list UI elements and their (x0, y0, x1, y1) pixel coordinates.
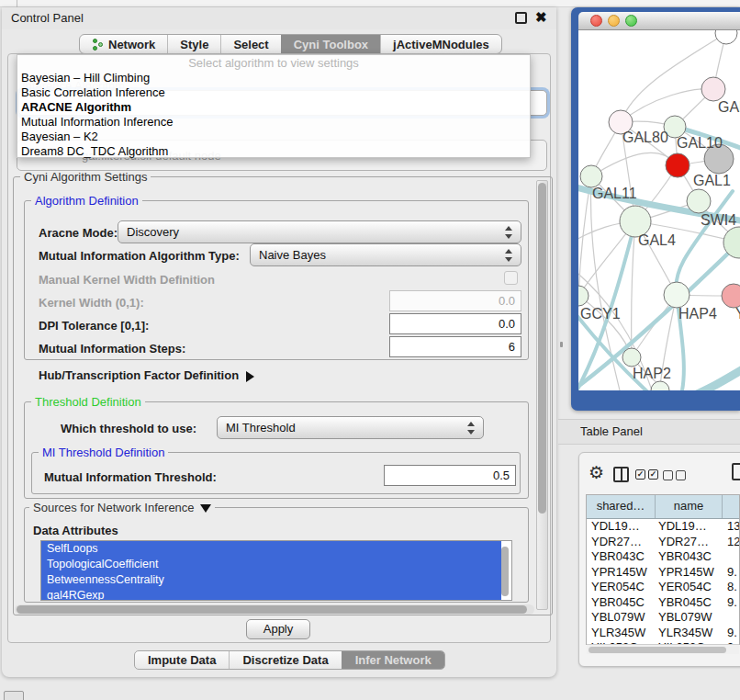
node-label: GAL1 (693, 173, 731, 188)
network-node[interactable] (664, 282, 690, 308)
cell-name: YDR27… (656, 535, 723, 550)
cell-shared-name: YER054C (587, 580, 656, 595)
column-split-icon[interactable] (613, 467, 629, 482)
network-edge[interactable] (591, 152, 678, 176)
table-header-shared[interactable]: shared… (587, 495, 656, 518)
dock-mini-button[interactable] (4, 691, 24, 700)
bottom-tab-impute-data[interactable]: Impute Data (135, 651, 229, 669)
window-edge-tick (17, 0, 17, 7)
table-row[interactable]: YBR043CYBR043C (587, 549, 739, 565)
cell-shared-name: YDR27… (587, 535, 656, 550)
dropdown-item[interactable]: Mutual Information Inference (17, 115, 530, 130)
mi-steps-input[interactable]: 6 (389, 336, 521, 357)
float-window-icon[interactable] (515, 12, 527, 24)
which-threshold-label: Which threshold to use: (61, 422, 196, 435)
divider-grip[interactable] (560, 342, 563, 347)
which-threshold-select[interactable]: MI Threshold (217, 416, 484, 439)
network-node[interactable] (687, 189, 711, 213)
network-node[interactable] (622, 348, 641, 367)
dropdown-item[interactable]: Bayesian – K2 (17, 130, 530, 144)
attribute-list-item[interactable]: TopologicalCoefficient (41, 557, 501, 572)
kernel-width-label: Kernel Width (0,1): (39, 296, 144, 310)
node-label: GAL (718, 99, 740, 115)
dropdown-item[interactable]: Bayesian – Hill Climbing (17, 71, 530, 85)
dropdown-item[interactable]: Basic Correlation Inference (17, 85, 530, 100)
cell-shared-name: YPR145W (587, 565, 656, 581)
expand-arrow-icon[interactable] (246, 371, 254, 382)
table-row[interactable]: YDL19…YDL19…13 (587, 519, 739, 535)
cell-shared-name: YBR043C (587, 549, 656, 565)
tab-style[interactable]: Style (167, 35, 220, 53)
collapse-arrow-icon[interactable] (200, 504, 211, 513)
table-row[interactable]: YDR27…YDR27…12 (587, 535, 739, 550)
aracne-mode-value: Discovery (127, 225, 179, 239)
settings-horizontal-scrollbar-thumb[interactable] (17, 605, 527, 614)
network-node[interactable] (666, 153, 690, 177)
tab-jactivemnodules[interactable]: jActiveMNodules (380, 35, 501, 53)
bottom-tab-discretize-data[interactable]: Discretize Data (229, 651, 341, 669)
table-row[interactable]: YER054CYER054C8. (587, 580, 739, 595)
hub-definition-toggle[interactable]: Hub/Transcription Factor Definition (39, 368, 254, 382)
tab-label: Network (108, 38, 155, 51)
attribute-list-item[interactable]: BetweennessCentrality (41, 572, 501, 588)
network-node[interactable] (701, 77, 725, 101)
tab-label: Select (233, 38, 268, 51)
settings-vertical-scrollbar-thumb[interactable] (538, 183, 546, 514)
node-label: GAL11 (592, 186, 637, 201)
tab-network[interactable]: Network (80, 35, 167, 53)
network-graph[interactable]: GALGAL80GAL10GAL1GAL11SWI4GAL4GCY1HAP4YH… (578, 30, 740, 390)
attribute-list-item[interactable]: SelfLoops (41, 541, 501, 557)
partial-column-icon[interactable] (732, 463, 740, 480)
window-top-edge (0, 0, 740, 7)
dropdown-item[interactable]: ARACNE Algorithm (17, 100, 530, 115)
network-canvas[interactable]: GALGAL80GAL10GAL1GAL11SWI4GAL4GCY1HAP4YH… (578, 30, 740, 390)
table-header-third[interactable] (723, 495, 739, 518)
list-scrollbar-thumb[interactable] (501, 547, 509, 596)
minimize-traffic-light-icon[interactable] (608, 15, 620, 27)
mi-threshold-input[interactable]: 0.5 (384, 465, 516, 486)
dropdown-item[interactable]: Dream8 DC_TDC Algorithm (17, 144, 530, 159)
zoom-traffic-light-icon[interactable] (625, 15, 637, 27)
network-edge[interactable] (578, 176, 591, 296)
network-node[interactable] (722, 284, 740, 308)
mi-type-select[interactable]: Naive Bayes (250, 243, 521, 266)
data-attributes-list: SelfLoopsTopologicalCoefficientBetweenne… (40, 540, 512, 601)
bottom-tab-infer-network[interactable]: Infer Network (342, 651, 444, 669)
table-row[interactable]: YLR345WYLR345W9. (587, 626, 739, 641)
combo-spinner-icon (467, 422, 475, 435)
tab-select[interactable]: Select (220, 35, 280, 53)
table-row[interactable]: YPR145WYPR145W9. (587, 565, 739, 581)
gear-icon[interactable]: ⚙ (589, 464, 604, 482)
table-scrollbar-thumb[interactable] (589, 647, 726, 653)
network-window-titlebar[interactable] (578, 12, 740, 30)
network-edge[interactable] (621, 89, 713, 122)
table-row[interactable]: YBR045CYBR045C9. (587, 595, 739, 611)
sources-group-title[interactable]: Sources for Network Inference (29, 502, 215, 514)
checked-boxes-icon[interactable]: ✓✓ (635, 469, 658, 480)
cell-shared-name: YLR345W (587, 626, 656, 641)
network-node[interactable] (651, 381, 669, 390)
table-header-name[interactable]: name (656, 495, 723, 518)
list-scrollbar[interactable] (501, 543, 510, 598)
mi-steps-label: Mutual Information Steps: (39, 342, 185, 356)
mi-type-label: Mutual Information Algorithm Type: (39, 249, 240, 263)
manual-kernel-checkbox[interactable] (504, 271, 518, 285)
close-icon[interactable]: ✖ (535, 9, 547, 26)
network-node[interactable] (580, 165, 602, 187)
table-row[interactable]: YBL079WYBL079W (587, 610, 739, 626)
kernel-width-input[interactable]: 0.0 (389, 290, 521, 311)
node-label: SWI4 (701, 212, 736, 228)
network-node[interactable] (715, 30, 737, 44)
close-traffic-light-icon[interactable] (590, 15, 602, 27)
attribute-list-item[interactable]: gal4RGexp (41, 588, 501, 601)
network-node[interactable] (578, 286, 589, 306)
tab-cyni-toolbox[interactable]: Cyni Toolbox (281, 35, 380, 53)
unchecked-boxes-icon[interactable] (663, 470, 686, 480)
dpi-tolerance-input[interactable]: 0.0 (389, 313, 521, 334)
apply-button[interactable]: Apply (246, 619, 310, 639)
table-horizontal-scrollbar[interactable] (587, 644, 739, 654)
network-edge-thick[interactable] (681, 367, 740, 390)
aracne-mode-select[interactable]: Discovery (118, 220, 521, 243)
cell-value (723, 610, 739, 626)
cell-value: 9. (723, 626, 739, 641)
